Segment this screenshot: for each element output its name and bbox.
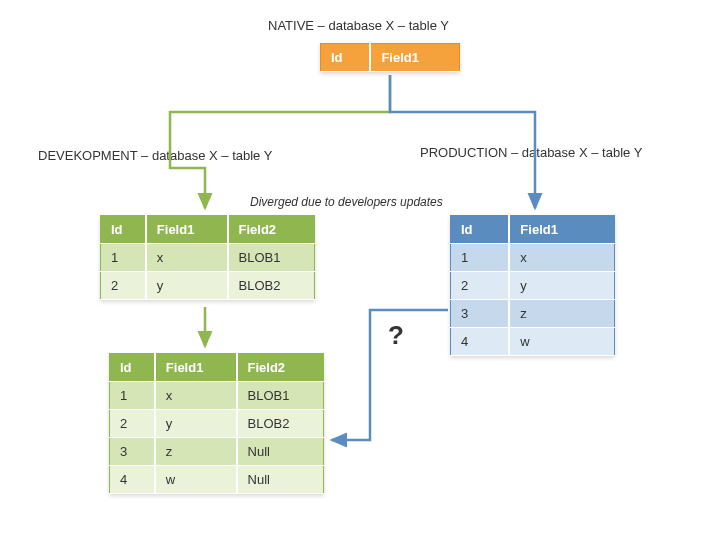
cell: Null <box>237 438 324 466</box>
arrow-native-to-prod <box>390 75 535 208</box>
cell: z <box>509 300 614 328</box>
merged-col-id: Id <box>110 354 155 382</box>
cell: x <box>146 244 228 272</box>
table-row: 4 w <box>451 328 615 356</box>
table-row: 1 x BLOB1 <box>110 382 324 410</box>
question-mark: ? <box>388 320 404 351</box>
prod-col-field1: Field1 <box>509 216 614 244</box>
native-table: Id Field1 <box>320 43 460 72</box>
merged-col-field2: Field2 <box>237 354 324 382</box>
cell: BLOB2 <box>228 272 315 300</box>
table-row: 4 w Null <box>110 466 324 494</box>
table-row: 2 y BLOB2 <box>101 272 315 300</box>
production-table: Id Field1 1 x 2 y 3 z 4 w <box>450 215 615 356</box>
cell: 1 <box>101 244 146 272</box>
cell: 2 <box>451 272 510 300</box>
arrow-native-to-dev <box>170 75 390 208</box>
table-row: 2 y <box>451 272 615 300</box>
cell: 3 <box>451 300 510 328</box>
cell: 4 <box>110 466 155 494</box>
cell: w <box>155 466 237 494</box>
cell: y <box>155 410 237 438</box>
cell: 4 <box>451 328 510 356</box>
native-col-id: Id <box>321 44 371 72</box>
development-title: DEVEKOPMENT – database X – table Y <box>38 148 272 163</box>
cell: BLOB2 <box>237 410 324 438</box>
prod-col-id: Id <box>451 216 510 244</box>
merged-col-field1: Field1 <box>155 354 237 382</box>
cell: 2 <box>110 410 155 438</box>
table-row: 1 x BLOB1 <box>101 244 315 272</box>
dev-col-id: Id <box>101 216 146 244</box>
cell: x <box>509 244 614 272</box>
cell: w <box>509 328 614 356</box>
cell: y <box>509 272 614 300</box>
development-table: Id Field1 Field2 1 x BLOB1 2 y BLOB2 <box>100 215 315 300</box>
dev-col-field2: Field2 <box>228 216 315 244</box>
cell: 3 <box>110 438 155 466</box>
native-title: NATIVE – database X – table Y <box>268 18 449 33</box>
cell: BLOB1 <box>237 382 324 410</box>
merged-table: Id Field1 Field2 1 x BLOB1 2 y BLOB2 3 z… <box>109 353 324 494</box>
cell: 1 <box>110 382 155 410</box>
native-col-field1: Field1 <box>370 44 459 72</box>
cell: x <box>155 382 237 410</box>
table-row: 1 x <box>451 244 615 272</box>
diverged-note: Diverged due to developers updates <box>250 195 443 209</box>
table-row: 3 z <box>451 300 615 328</box>
cell: 1 <box>451 244 510 272</box>
cell: Null <box>237 466 324 494</box>
cell: y <box>146 272 228 300</box>
cell: z <box>155 438 237 466</box>
production-title: PRODUCTION – database X – table Y <box>420 145 642 160</box>
table-row: 2 y BLOB2 <box>110 410 324 438</box>
cell: BLOB1 <box>228 244 315 272</box>
cell: 2 <box>101 272 146 300</box>
table-row: 3 z Null <box>110 438 324 466</box>
dev-col-field1: Field1 <box>146 216 228 244</box>
